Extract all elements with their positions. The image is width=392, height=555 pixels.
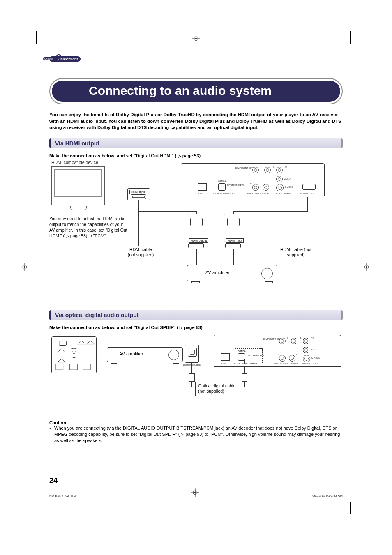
hdmi-cable-a-label: HDMI cable (not supplied) [125, 247, 156, 258]
amp-hdmi-out-slot [190, 218, 203, 226]
svg-marker-17 [78, 341, 86, 344]
footer-left: HD-E1KY_02_E 24 [49, 494, 78, 497]
page-number: 24 [49, 477, 58, 485]
svg-rect-21 [56, 364, 63, 370]
section1-step: Make the connection as below, and set "D… [49, 153, 343, 158]
page-ref-icon: ▷ [178, 154, 181, 158]
jack-l [263, 184, 269, 191]
diagram-optical: AV amplifier Digital input Optical Optic… [49, 334, 343, 416]
hdmi-output-label: HDMI OUTPUT [300, 192, 315, 195]
svg-rect-16 [59, 341, 67, 345]
vidout2: VIDEO OUTPUT [302, 362, 318, 365]
svg-marker-18 [58, 349, 66, 352]
speaker-set [51, 336, 97, 373]
amp-hdmi-input-label: HDMI input [226, 238, 244, 243]
jack-svideo [276, 184, 284, 191]
video-label: VIDEO [284, 177, 291, 180]
hdmi-note-suffix: page 53) to "PCM". [70, 233, 107, 238]
amp-hdmi-in-port [225, 243, 241, 248]
digital-audio-label: DIGITAL AUDIO OUTPUT [212, 192, 236, 195]
component-label: COMPONENT OUTPUT [235, 167, 249, 169]
y2: Y [287, 336, 288, 339]
step2-prefix: Make the connection as below, and set "D… [49, 325, 178, 330]
tv-hdmi-port [131, 194, 146, 199]
l2: L [296, 353, 297, 356]
analog2: ANALOG AUDIO OUTPUT [274, 362, 298, 365]
optical-cable-label: Optical digital cable (not supplied) [195, 382, 244, 396]
amp-hdmi-out-port [188, 243, 204, 248]
video2: VIDEO [311, 348, 317, 351]
page-ref-icon: ▷ [180, 325, 183, 330]
page-ref-icon: ▷ [66, 233, 69, 239]
step2-suffix: page 53). [184, 325, 204, 330]
av-amplifier-label: AV amplifier [205, 270, 229, 275]
bitstream-label: BITSTREAM/ PCM [227, 184, 245, 187]
jack-video [276, 176, 283, 182]
section-heading-optical: Via optical digital audio output [49, 310, 343, 320]
video-output-label: VIDEO OUTPUT [276, 192, 291, 195]
intro-paragraph: You can enjoy the benefits of Dolby Digi… [49, 112, 343, 131]
footer: HD-E1KY_02_E 24 06.12.15 0:06:43 AM [49, 491, 343, 497]
hdmi-cable-b-label: HDMI cable (not supplied) [277, 247, 314, 258]
amp-hdmi-in-slot [227, 218, 240, 226]
optical-plug-left [189, 373, 195, 382]
optical-highlight [235, 348, 263, 363]
player-back-panel: OPTICAL BITSTREAM/ PCM LAN DIGITAL AUDIO… [181, 163, 325, 196]
tv-hdmi-input-label: HDMI input [129, 190, 147, 194]
svg-rect-22 [83, 364, 90, 370]
player-back-panel-2: OPTICAL BITSTREAM/ PCM LAN DIGITAL AUDIO… [214, 335, 341, 367]
av-amplifier-2 [107, 347, 183, 362]
optical-plug-right [242, 373, 247, 382]
component-label-2: COMPONENT OUTPUT [263, 338, 277, 340]
av-amplifier [187, 265, 277, 281]
page-ref-icon: ▷ [181, 432, 184, 438]
chapter-label: Chapter [43, 57, 54, 60]
chapter-number: 2 [55, 52, 61, 64]
pr-label: PR [284, 166, 287, 168]
optical-label: OPTICAL [218, 180, 227, 182]
chapter-tab: Chapter 2 Connections [49, 55, 81, 62]
jack-r [252, 184, 259, 191]
jack-pb [264, 167, 271, 173]
r2: R [277, 353, 279, 356]
step1-prefix: Make the connection as below, and set "D… [49, 153, 177, 158]
svg-marker-19 [86, 341, 95, 344]
section-heading-hdmi: Via HDMI output [49, 138, 343, 148]
optical-port [218, 183, 226, 191]
svideo2: S-VIDEO [311, 357, 320, 359]
step1-suffix: page 53). [182, 153, 202, 158]
svideo-label: S-VIDEO [285, 186, 293, 188]
caution-heading: Caution [49, 420, 343, 425]
lan-port-2 [221, 353, 230, 361]
lan-port [198, 183, 207, 191]
l-label: L [270, 182, 271, 185]
svg-marker-20 [58, 359, 66, 362]
page-title: Connecting to an audio system [52, 81, 340, 102]
tv-device [51, 166, 105, 205]
section2-step: Make the connection as below, and set "D… [49, 325, 343, 330]
jack-y [252, 167, 259, 173]
lan-label: LAN [198, 192, 203, 195]
r-label: R [250, 182, 252, 185]
pb2: PB [299, 336, 302, 339]
av-amplifier-2-label: AV amplifier [119, 351, 143, 356]
lan-label-2: LAN [221, 362, 226, 365]
pb-label: PB [272, 166, 275, 168]
hdmi-note: You may need to adjust the HDMI audio ou… [49, 216, 127, 239]
diagram-hdmi: HDMI compatible device You may need to a… [49, 162, 343, 298]
jack-pr [276, 167, 283, 173]
amp-hdmi-output-label: HDMI output [189, 238, 208, 243]
tv-label: HDMI compatible device [51, 160, 98, 165]
page-title-pill: Connecting to an audio system [49, 78, 343, 104]
y-label: Y [260, 166, 261, 168]
svg-rect-23 [69, 364, 78, 370]
pr2: PR [311, 336, 314, 339]
footer-right: 06.12.15 0:06:43 AM [312, 494, 343, 497]
analog-audio-label: ANALOG AUDIO OUTPUT [247, 192, 272, 195]
caution-body: When you are connecting (via the DIGITAL… [49, 425, 343, 444]
amp-optical-input [185, 345, 199, 363]
player-hdmi-port [302, 184, 316, 190]
